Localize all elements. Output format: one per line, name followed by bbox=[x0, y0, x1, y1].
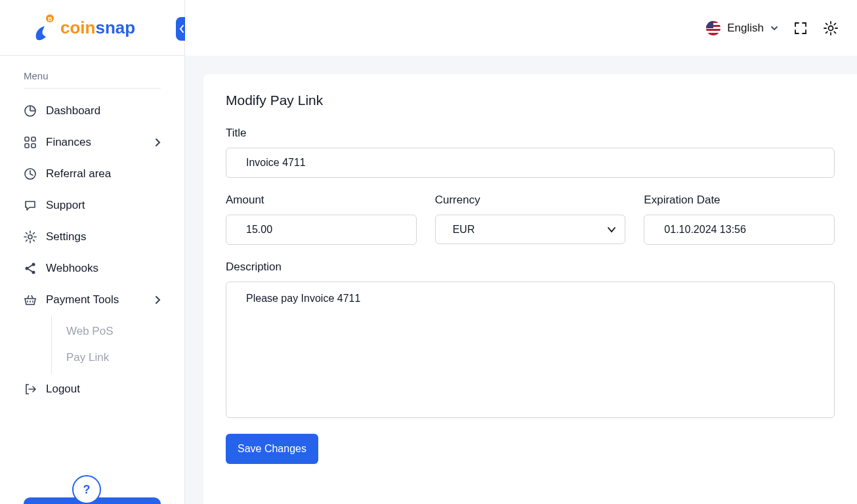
submenu-item-pay-link[interactable]: Pay Link bbox=[62, 345, 173, 371]
input-amount[interactable] bbox=[226, 215, 417, 245]
help-button[interactable] bbox=[72, 475, 101, 504]
chevron-down-icon bbox=[770, 26, 778, 31]
field-description: Description bbox=[226, 261, 835, 418]
language-selector[interactable]: English bbox=[706, 21, 778, 35]
save-button[interactable]: Save Changes bbox=[226, 434, 318, 464]
label-description: Description bbox=[226, 261, 835, 274]
logo-text: coinsnap bbox=[60, 18, 135, 38]
dashboard-icon bbox=[24, 104, 37, 117]
svg-rect-3 bbox=[25, 137, 29, 141]
clock-icon bbox=[24, 167, 37, 180]
sidebar-item-referral[interactable]: Referral area bbox=[12, 158, 173, 190]
label-title: Title bbox=[226, 127, 835, 140]
sidebar-item-payment-tools[interactable]: Payment Tools bbox=[12, 284, 173, 316]
sidebar-item-label: Finances bbox=[46, 136, 91, 149]
payment-tools-submenu: Web PoS Pay Link bbox=[51, 316, 173, 373]
sidebar-item-webhooks[interactable]: Webhooks bbox=[12, 253, 173, 284]
sidebar-item-label: Settings bbox=[46, 230, 86, 243]
nav: Dashboard Finances Referral area Support… bbox=[0, 95, 184, 405]
page-title: Modify Pay Link bbox=[226, 93, 835, 108]
flag-us-icon bbox=[706, 21, 721, 35]
sidebar-item-label: Dashboard bbox=[46, 104, 100, 117]
sidebar-item-label: Webhooks bbox=[46, 262, 98, 275]
svg-rect-4 bbox=[31, 137, 35, 141]
chat-icon bbox=[24, 199, 37, 212]
chevron-right-icon bbox=[154, 295, 161, 304]
logo-area: B coinsnap bbox=[0, 0, 184, 56]
sidebar-item-settings[interactable]: Settings bbox=[12, 221, 173, 253]
main-area: Modify Pay Link Title Amount Currency EU… bbox=[185, 56, 857, 504]
label-amount: Amount bbox=[226, 194, 417, 207]
logo[interactable]: B coinsnap bbox=[33, 14, 135, 41]
gear-icon bbox=[24, 230, 37, 243]
svg-point-12 bbox=[829, 26, 833, 30]
basket-icon bbox=[24, 293, 37, 306]
input-title[interactable] bbox=[226, 148, 835, 178]
sidebar-item-finances[interactable]: Finances bbox=[12, 127, 173, 158]
svg-rect-5 bbox=[25, 144, 29, 148]
sidebar-item-label: Payment Tools bbox=[46, 293, 119, 306]
select-currency[interactable]: EUR bbox=[435, 215, 626, 244]
topbar: English bbox=[185, 0, 857, 56]
sidebar-item-support[interactable]: Support bbox=[12, 190, 173, 221]
field-expiration: Expiration Date bbox=[644, 194, 835, 245]
field-title: Title bbox=[226, 127, 835, 178]
content-card: Modify Pay Link Title Amount Currency EU… bbox=[203, 74, 857, 504]
settings-gear-icon[interactable] bbox=[823, 20, 839, 36]
field-currency: Currency EUR bbox=[435, 194, 626, 245]
sidebar: B coinsnap Menu Dashboard Finances Refer… bbox=[0, 0, 185, 504]
svg-point-8 bbox=[28, 235, 32, 239]
grid-icon bbox=[24, 136, 37, 149]
sidebar-item-label: Logout bbox=[46, 383, 80, 396]
sidebar-item-label: Support bbox=[46, 199, 85, 212]
logo-mark-icon: B bbox=[33, 14, 55, 41]
sidebar-item-dashboard[interactable]: Dashboard bbox=[12, 95, 173, 127]
logout-icon bbox=[24, 383, 37, 396]
field-amount: Amount bbox=[226, 194, 417, 245]
submenu-item-web-pos[interactable]: Web PoS bbox=[62, 318, 173, 345]
sidebar-item-logout[interactable]: Logout bbox=[12, 373, 173, 405]
menu-section-label: Menu bbox=[24, 56, 161, 89]
input-expiration[interactable] bbox=[644, 215, 835, 245]
fullscreen-icon[interactable] bbox=[793, 20, 808, 36]
share-icon bbox=[24, 262, 37, 275]
textarea-description[interactable] bbox=[226, 282, 835, 418]
chevron-right-icon bbox=[154, 138, 161, 147]
label-currency: Currency bbox=[435, 194, 626, 207]
sidebar-item-label: Referral area bbox=[46, 167, 111, 180]
svg-text:B: B bbox=[48, 16, 52, 22]
label-expiration: Expiration Date bbox=[644, 194, 835, 207]
svg-rect-6 bbox=[31, 144, 35, 148]
language-label: English bbox=[727, 22, 764, 35]
